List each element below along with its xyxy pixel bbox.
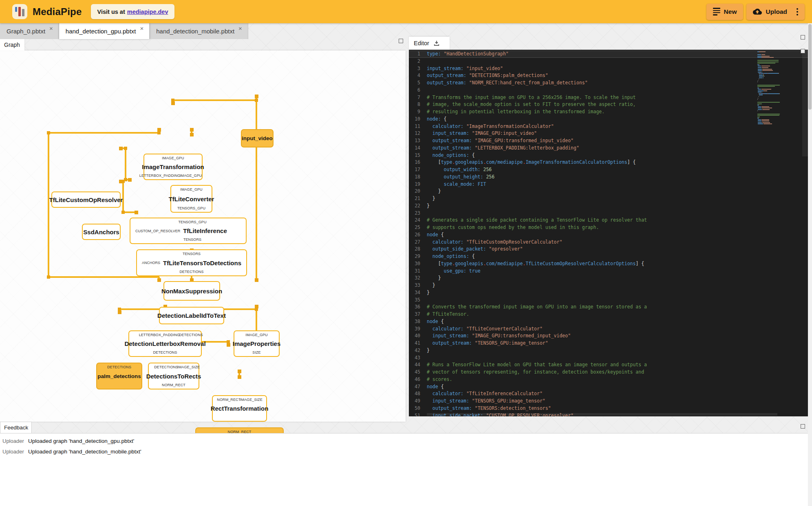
graph-port [157,278,161,282]
code-line: 39 calculator: "TfLiteConverterCalculato… [409,326,808,333]
graph-node-palm-detections[interactable]: DETECTIONS palm_detections [96,363,142,389]
editor-minimap[interactable] [757,51,793,125]
graph-port [157,128,161,132]
graph-port [255,95,258,98]
port-label: IMAGE_GPU [180,187,202,191]
code-editor[interactable]: 1type: "HandDetectionSubgraph"23input_st… [409,50,808,416]
code-line: 20 } [409,188,808,195]
graph-node-tflite-custom-op-resolver[interactable]: TfLiteCustomOpResolver [51,191,121,208]
upload-button[interactable]: Upload [746,4,805,20]
code-line: 46# scores. [409,376,808,383]
graph-maximize-icon[interactable] [399,39,403,43]
tab-hand-detection-mobile-pbtxt[interactable]: hand_detection_mobile.pbtxt × [150,23,248,39]
graph-node-tflite-inference[interactable]: TENSORS_GPU CUSTOM_OP_RESOLVER TfLiteInf… [130,218,247,244]
code-line: 37# TfLiteTensor. [409,311,808,318]
graph-node-tflite-converter[interactable]: IMAGE_GPU TfLiteConverter TENSORS_GPU [170,185,212,213]
code-line: 34} [409,289,808,297]
node-title: TfLiteCustomOpResolver [49,196,123,203]
code-line: 14 output_stream: "LETTERBOX_PADDING:let… [409,145,808,152]
editor-maximize-icon[interactable] [801,49,805,53]
tab-hand-detection-gpu-pbtxt[interactable]: hand_detection_gpu.pbtxt × [59,23,150,39]
node-title: TfLiteTensorsToDetections [163,260,241,266]
graph-port [190,128,194,132]
graph-panel-tab[interactable]: Graph [0,39,24,51]
mediapipe-dev-link[interactable]: mediapipe.dev [127,9,168,15]
window-maximize-icon[interactable] [801,35,805,40]
graph-node-tflite-tensors-to-detections[interactable]: TENSORS ANCHORS TfLiteTensorsToDetection… [136,249,247,276]
graph-canvas[interactable]: input_video IMAGE_GPU ImageTransformatio… [0,51,406,422]
graph-node-ssd-anchors[interactable]: SsdAnchors [82,224,121,240]
code-line: 40 input_stream: "IMAGE_GPU:transformed_… [409,332,808,340]
graph-port [238,375,241,379]
page-scrollbar-thumb[interactable] [808,24,812,110]
graph-edge [256,96,257,280]
visit-us-pill: Visit us at mediapipe.dev [91,4,175,19]
port-label: DETECTIONS [179,333,203,337]
close-icon[interactable]: × [49,25,53,32]
code-line: 23 [409,210,808,217]
code-line: 33 } [409,282,808,289]
close-icon[interactable]: × [238,25,242,32]
port-label: TENSORS [183,252,201,256]
graph-node-detection-label-id-to-text[interactable]: DetectionLabelIdToText [159,307,224,324]
graph-node-rect-transformation[interactable]: NORM_RECT IMAGE_SIZE RectTransformation [212,395,267,422]
graph-node-non-max-suppression[interactable]: NonMaxSuppression [163,281,220,301]
code-line: 16 [type.googleapis.com/mediapipe.ImageT… [409,159,808,166]
graph-port [47,131,50,134]
code-line: 19 scale_mode: FIT [409,181,808,188]
port-label: CUSTOM_OP_RESOLVER [135,229,180,233]
code-line: 17 output_width: 256 [409,166,808,174]
node-title: SsdAnchors [83,229,119,235]
graph-edge [49,132,159,134]
code-line: 29 node_options: { [409,253,808,260]
port-label: IMAGE_GPU [162,156,184,160]
port-label: NORM_RECT [217,398,241,402]
visit-us-text: Visit us at [97,9,125,15]
node-title: NonMaxSuppression [161,288,222,295]
close-icon[interactable]: × [140,25,143,32]
code-line: 4output_stream: "DETECTIONS:palm_detecti… [409,72,808,79]
graph-port [119,147,123,150]
graph-node-image-properties[interactable]: IMAGE_GPU ImageProperties SIZE [234,330,280,357]
graph-edge [173,99,257,101]
editor-vertical-scrollbar[interactable] [802,50,808,156]
code-line: 3input_stream: "input_video" [409,65,808,73]
page-scrollbar[interactable] [808,23,812,506]
code-line: 9# resulting in potential letterboxing i… [409,108,808,116]
graph-port [118,310,121,314]
port-label: DETECTIONS [179,270,203,274]
node-title: input_video [242,135,273,141]
code-line: 38node { [409,318,808,326]
feedback-log: UploaderUploaded graph 'hand_detection_g… [0,433,812,506]
port-label: IMAGE_GPU [245,333,267,337]
graph-edge [125,148,126,180]
code-line: 7# Transforms the input image on GPU to … [409,94,808,101]
port-label: TENSORS_GPU [178,220,206,224]
feedback-message: Uploaded graph 'hand_detection_mobile.pb… [28,449,141,455]
graph-port [124,147,127,150]
download-icon[interactable] [433,40,440,46]
code-line: 21 } [409,195,808,202]
feedback-panel-tab[interactable]: Feedback [0,422,32,433]
port-label: TENSORS [183,238,201,242]
graph-node-detection-letterbox-removal[interactable]: LETTERBOX_PADDING DETECTIONS DetectionLe… [128,330,202,357]
more-options-icon[interactable] [794,8,798,15]
node-title: ImageTransformation [142,163,204,170]
new-button[interactable]: New [706,4,744,20]
tab-graph-0-pbtxt[interactable]: Graph_0.pbtxt × [0,23,59,39]
graph-node-detections-to-rects[interactable]: DETECTIONS IMAGE_SIZE DetectionsToRects … [148,363,199,389]
graph-node-image-transformation[interactable]: IMAGE_GPU ImageTransformation LETTERBOX_… [143,154,203,180]
tab-label: Graph_0.pbtxt [7,28,45,35]
feedback-maximize-icon[interactable] [801,424,805,429]
feedback-source: Uploader [2,438,22,444]
port-label: IMAGE_GPU [180,174,202,178]
graph-node-input-video[interactable]: input_video [241,129,274,147]
port-label: LETTERBOX_PADDING [139,333,180,337]
code-line: 32 } [409,275,808,282]
port-label: NORM_RECT [162,383,185,387]
code-line: 35 [409,297,808,304]
code-line: 6 [409,87,808,94]
editor-horizontal-scrollbar[interactable] [427,413,777,416]
node-title: TfLiteInference [183,227,227,234]
mediapipe-logo-icon [12,4,27,19]
